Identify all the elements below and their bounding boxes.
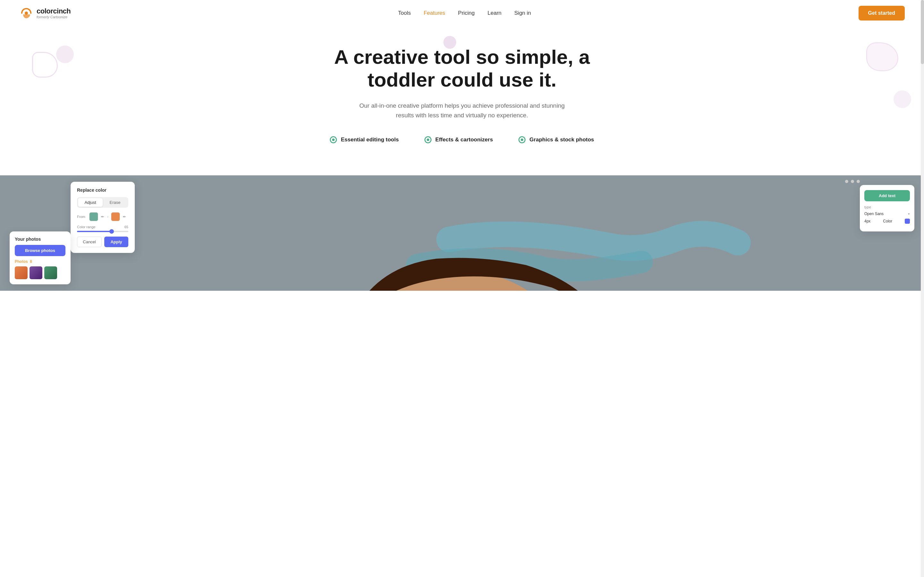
- feature-dot-2: [425, 136, 431, 143]
- page-scrollbar[interactable]: [921, 0, 924, 577]
- feature-dot-3: [519, 136, 525, 143]
- photo-thumb-1[interactable]: [15, 266, 27, 279]
- svg-rect-3: [0, 175, 924, 291]
- color-from-row: From ✒ › ✒: [77, 212, 128, 221]
- svg-point-1: [25, 11, 28, 15]
- panel-buttons: Cancel Apply: [77, 237, 128, 247]
- brand-formerly: formerly Cartoonize: [37, 15, 71, 19]
- photos-count: Photos 8: [15, 259, 65, 264]
- feature-dot-1: [330, 136, 337, 143]
- type-label: type: [864, 205, 874, 209]
- color-range-text: Color range: [77, 225, 95, 229]
- color-range-label: Color range 65: [77, 225, 128, 229]
- brand-name: colorcinch: [37, 7, 71, 15]
- nav-learn[interactable]: Learn: [488, 10, 501, 16]
- color-label: Color: [883, 219, 892, 223]
- scrollbar-thumb[interactable]: [921, 0, 924, 64]
- feature-tab-editing[interactable]: Essential editing tools: [330, 136, 399, 143]
- blob-decoration-5: [893, 90, 911, 108]
- cancel-button[interactable]: Cancel: [77, 237, 102, 247]
- from-color-swatch[interactable]: [89, 212, 98, 221]
- feature-tab-effects[interactable]: Effects & cartoonizers: [425, 136, 493, 143]
- logo: colorcinch formerly Cartoonize: [19, 6, 71, 20]
- get-started-button[interactable]: Get started: [859, 6, 905, 21]
- color-range-slider[interactable]: [77, 231, 128, 232]
- feature-tabs: Essential editing tools Effects & cartoo…: [6, 136, 918, 143]
- size-value: 4px: [864, 219, 871, 223]
- color-range-value: 65: [124, 225, 128, 229]
- hero-subtitle: Our all-in-one creative platform helps y…: [353, 101, 571, 121]
- right-panel: Add text type Open Sans ▾ 4px Color: [860, 185, 914, 231]
- feature-tab-graphics[interactable]: Graphics & stock photos: [519, 136, 594, 143]
- blob-decoration-3: [56, 45, 74, 63]
- type-field-row: type: [864, 205, 910, 209]
- from-label: From: [77, 215, 87, 219]
- feature-label-2: Effects & cartoonizers: [435, 137, 493, 143]
- logo-icon: [19, 6, 33, 20]
- top-indicator-dots: [845, 180, 860, 183]
- font-field-row: Open Sans ▾: [864, 211, 910, 216]
- svg-point-5: [359, 271, 565, 291]
- photo-background: [0, 175, 924, 291]
- your-photos-panel: Your photos Browse photos Photos 8: [10, 231, 71, 284]
- logo-text: colorcinch formerly Cartoonize: [37, 7, 71, 19]
- nav-signin[interactable]: Sign in: [514, 10, 531, 16]
- replace-color-title: Replace color: [77, 187, 128, 193]
- navbar: colorcinch formerly Cartoonize Tools Fea…: [0, 0, 924, 26]
- dot-2: [851, 180, 854, 183]
- hero-section: A creative tool so simple, a toddler cou…: [0, 26, 924, 175]
- photo-thumbnails: [15, 266, 65, 279]
- to-eyedropper-icon[interactable]: ✒: [123, 214, 126, 219]
- nav-pricing[interactable]: Pricing: [458, 10, 475, 16]
- color-picker-swatch[interactable]: [905, 219, 910, 224]
- from-eyedropper-icon[interactable]: ✒: [101, 214, 105, 219]
- preview-section: Replace color Adjust Erase From ✒ › ✒ Co…: [0, 175, 924, 291]
- chevron-down-icon[interactable]: ▾: [908, 212, 910, 216]
- browse-photos-button[interactable]: Browse photos: [15, 245, 65, 256]
- dot-3: [857, 180, 860, 183]
- nav-tools[interactable]: Tools: [398, 10, 411, 16]
- dot-1: [845, 180, 848, 183]
- add-text-button[interactable]: Add text: [864, 190, 910, 201]
- to-color-swatch[interactable]: [111, 212, 120, 221]
- range-fill: [77, 231, 110, 232]
- arrow-icon: ›: [107, 214, 108, 219]
- range-thumb[interactable]: [110, 229, 114, 234]
- blob-decoration-4: [866, 42, 898, 71]
- photo-thumb-3[interactable]: [44, 266, 57, 279]
- font-value: Open Sans: [864, 211, 884, 216]
- your-photos-title: Your photos: [15, 237, 65, 242]
- panel-tabs: Adjust Erase: [77, 197, 128, 208]
- nav-features[interactable]: Features: [423, 10, 445, 16]
- apply-button[interactable]: Apply: [104, 237, 128, 247]
- size-color-row: 4px Color: [864, 219, 910, 224]
- blob-decoration-2: [32, 52, 58, 77]
- feature-label-1: Essential editing tools: [341, 137, 399, 143]
- svg-rect-2: [0, 175, 924, 291]
- photo-thumb-2[interactable]: [29, 266, 42, 279]
- photos-label: Photos: [15, 259, 28, 264]
- hero-title: A creative tool so simple, a toddler cou…: [334, 45, 590, 91]
- replace-color-panel: Replace color Adjust Erase From ✒ › ✒ Co…: [71, 182, 135, 253]
- tab-adjust[interactable]: Adjust: [78, 198, 103, 207]
- feature-label-3: Graphics & stock photos: [529, 137, 594, 143]
- tab-erase[interactable]: Erase: [103, 198, 128, 207]
- photos-number: 8: [30, 259, 32, 264]
- color-range-row: Color range 65: [77, 225, 128, 232]
- background-illustration: [0, 175, 924, 291]
- nav-links: Tools Features Pricing Learn Sign in: [398, 10, 531, 16]
